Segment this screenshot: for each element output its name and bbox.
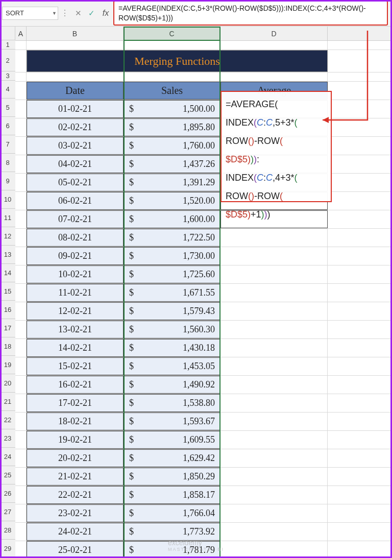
- row-header[interactable]: 27: [0, 503, 15, 521]
- cell[interactable]: [220, 72, 328, 81]
- sales-cell[interactable]: $1,437.26: [124, 155, 220, 173]
- cell[interactable]: [15, 118, 27, 136]
- enter-formula-icon[interactable]: ✓: [85, 7, 98, 20]
- column-header[interactable]: [328, 27, 392, 41]
- average-cell[interactable]: [220, 357, 328, 375]
- sales-cell[interactable]: $1,895.80: [124, 118, 220, 136]
- row-header[interactable]: 18: [0, 337, 15, 356]
- sales-cell[interactable]: $1,430.18: [124, 339, 220, 357]
- sales-cell[interactable]: $1,850.29: [124, 468, 220, 486]
- date-cell[interactable]: 25-02-21: [27, 541, 124, 558]
- cell[interactable]: [15, 541, 27, 558]
- cell[interactable]: [328, 504, 392, 522]
- row-header[interactable]: 12: [0, 227, 15, 246]
- sales-cell[interactable]: $1,722.50: [124, 229, 220, 247]
- average-cell[interactable]: [220, 541, 328, 558]
- cell[interactable]: [328, 174, 392, 191]
- row-header[interactable]: 6: [0, 117, 15, 135]
- cell[interactable]: [15, 100, 27, 118]
- cell[interactable]: [328, 449, 392, 467]
- average-cell[interactable]: [220, 265, 328, 283]
- row-header[interactable]: 8: [0, 154, 15, 172]
- date-cell[interactable]: 03-02-21: [27, 137, 124, 155]
- sales-cell[interactable]: $1,453.05: [124, 357, 220, 375]
- cell[interactable]: [328, 265, 392, 283]
- cell[interactable]: [328, 118, 392, 136]
- average-cell[interactable]: [220, 284, 328, 302]
- cell[interactable]: [328, 523, 392, 541]
- cell[interactable]: [15, 82, 27, 100]
- cell[interactable]: [328, 210, 392, 228]
- cell[interactable]: [328, 100, 392, 118]
- cell[interactable]: [15, 50, 27, 72]
- cell[interactable]: [328, 541, 392, 558]
- cell[interactable]: [15, 523, 27, 541]
- cell[interactable]: [15, 504, 27, 522]
- cell[interactable]: [15, 394, 27, 412]
- row-header[interactable]: 13: [0, 246, 15, 264]
- cell[interactable]: [328, 321, 392, 338]
- cell[interactable]: [124, 41, 220, 50]
- average-cell[interactable]: [220, 321, 328, 338]
- cell[interactable]: [328, 468, 392, 486]
- average-cell[interactable]: [220, 229, 328, 247]
- sales-cell[interactable]: $1,629.42: [124, 449, 220, 467]
- column-header[interactable]: C: [124, 27, 220, 41]
- average-cell[interactable]: [220, 504, 328, 522]
- cell[interactable]: [15, 431, 27, 449]
- average-cell[interactable]: [220, 486, 328, 504]
- cell[interactable]: [328, 413, 392, 430]
- average-cell[interactable]: [220, 413, 328, 430]
- cell[interactable]: [15, 449, 27, 467]
- sales-cell[interactable]: $1,520.00: [124, 192, 220, 210]
- cell[interactable]: [328, 376, 392, 394]
- cell[interactable]: [27, 72, 124, 81]
- date-cell[interactable]: 10-02-21: [27, 265, 124, 283]
- row-header[interactable]: 7: [0, 135, 15, 154]
- cell[interactable]: [15, 321, 27, 338]
- date-cell[interactable]: 05-02-21: [27, 174, 124, 191]
- row-header[interactable]: 25: [0, 466, 15, 484]
- cell[interactable]: [220, 41, 328, 50]
- select-all-corner[interactable]: [0, 27, 15, 40]
- row-header[interactable]: 2: [0, 50, 15, 71]
- cell[interactable]: [328, 137, 392, 155]
- sales-cell[interactable]: $1,490.92: [124, 376, 220, 394]
- row-header[interactable]: 16: [0, 301, 15, 319]
- row-header[interactable]: 26: [0, 484, 15, 503]
- average-cell[interactable]: [220, 394, 328, 412]
- cell[interactable]: [328, 357, 392, 375]
- row-header[interactable]: 21: [0, 393, 15, 411]
- row-header[interactable]: 28: [0, 521, 15, 540]
- cell[interactable]: [15, 468, 27, 486]
- sales-cell[interactable]: $1,858.17: [124, 486, 220, 504]
- sales-cell[interactable]: $1,391.29: [124, 174, 220, 191]
- row-header[interactable]: 23: [0, 429, 15, 448]
- banner-title[interactable]: Merging Functions: [27, 50, 328, 72]
- date-cell[interactable]: 13-02-21: [27, 321, 124, 338]
- cell[interactable]: [15, 137, 27, 155]
- date-cell[interactable]: 06-02-21: [27, 192, 124, 210]
- cell[interactable]: [15, 486, 27, 504]
- sales-cell[interactable]: $1,730.00: [124, 247, 220, 265]
- sales-cell[interactable]: $1,600.00: [124, 210, 220, 228]
- cell[interactable]: [328, 41, 392, 50]
- date-cell[interactable]: 12-02-21: [27, 302, 124, 320]
- cell[interactable]: [328, 247, 392, 265]
- average-cell[interactable]: [220, 339, 328, 357]
- average-cell[interactable]: [220, 302, 328, 320]
- average-cell[interactable]: [220, 376, 328, 394]
- average-cell[interactable]: [220, 468, 328, 486]
- cell[interactable]: [328, 394, 392, 412]
- date-cell[interactable]: 19-02-21: [27, 431, 124, 449]
- date-cell[interactable]: 08-02-21: [27, 229, 124, 247]
- date-cell[interactable]: 16-02-21: [27, 376, 124, 394]
- table-header-date[interactable]: Date: [27, 82, 124, 100]
- cell[interactable]: [328, 192, 392, 210]
- row-header[interactable]: 9: [0, 172, 15, 190]
- date-cell[interactable]: 07-02-21: [27, 210, 124, 228]
- cell[interactable]: [328, 486, 392, 504]
- sales-cell[interactable]: $1,773.92: [124, 523, 220, 541]
- cell[interactable]: [15, 265, 27, 283]
- name-box-dropdown-icon[interactable]: ▼: [52, 11, 57, 16]
